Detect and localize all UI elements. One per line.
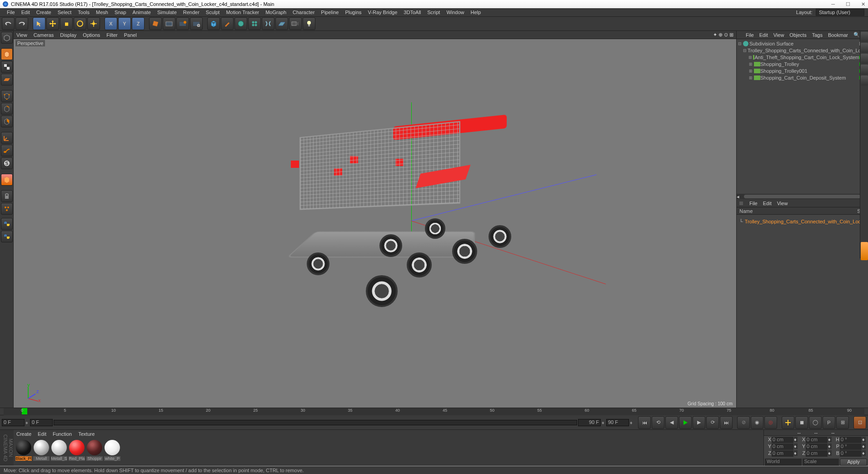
rtab-1[interactable]: [861, 32, 868, 42]
rtab-2[interactable]: [861, 43, 868, 53]
menu-render[interactable]: Render: [180, 10, 203, 15]
menu-sculpt[interactable]: Sculpt: [203, 10, 223, 15]
objmenu-bookmarks[interactable]: Bookmar: [828, 32, 848, 38]
next-key-button[interactable]: ⟳: [706, 416, 719, 429]
vtab-panel[interactable]: Panel: [124, 32, 137, 38]
options-button[interactable]: ⊡: [853, 416, 866, 429]
coord-sz-input[interactable]: 0 cm: [806, 450, 828, 457]
rtab-highlight[interactable]: [861, 242, 868, 260]
subdiv-button[interactable]: [234, 17, 247, 30]
deformer-button[interactable]: [262, 17, 274, 30]
coord-x-input[interactable]: 0 cm: [772, 437, 793, 443]
objmenu-edit[interactable]: Edit: [759, 32, 768, 38]
tree-item[interactable]: ⊞ Shopping_Cart_Coin_Deposit_System: [738, 74, 867, 81]
undo-button[interactable]: [2, 17, 15, 30]
coord-b-input[interactable]: 0 °: [840, 450, 862, 457]
material-swatch[interactable]: Metall_S: [51, 440, 67, 464]
objmenu-tags[interactable]: Tags: [812, 32, 823, 38]
rotate-tool[interactable]: [74, 17, 86, 30]
coord-apply-button[interactable]: Apply: [840, 459, 867, 466]
objmenu-view[interactable]: View: [773, 32, 784, 38]
menu-pipeline[interactable]: Pipeline: [318, 10, 342, 15]
cube-primitive-button[interactable]: [207, 17, 220, 30]
vtab-view[interactable]: View: [16, 32, 27, 38]
objmenu-file[interactable]: File: [746, 32, 754, 38]
model-mode-button[interactable]: [1, 48, 13, 60]
tree-item[interactable]: ⊞ Anti_Theft_Shopping_Cart_Coin_Lock_Sys…: [738, 54, 867, 61]
menu-tools[interactable]: Tools: [75, 10, 93, 15]
coord-sx-input[interactable]: 0 cm: [806, 437, 828, 443]
axis-button[interactable]: [1, 132, 13, 144]
rtab-4[interactable]: [861, 65, 868, 75]
polygon-mode-button[interactable]: [1, 116, 13, 127]
menu-file[interactable]: File: [4, 10, 18, 15]
y-axis-button[interactable]: Y: [118, 17, 131, 30]
timeline-slider[interactable]: [54, 420, 577, 425]
coord-system-button[interactable]: [149, 17, 162, 30]
object-tree[interactable]: ⊟ Subdivision Surface ⊟ Trolley_Shopping…: [737, 39, 868, 194]
vtab-cameras[interactable]: Cameras: [34, 32, 54, 38]
material-swatch[interactable]: Red_Pla: [69, 440, 85, 464]
menu-mesh[interactable]: Mesh: [93, 10, 111, 15]
rtab-5[interactable]: [861, 76, 868, 86]
play-button[interactable]: [679, 416, 692, 429]
coord-p-input[interactable]: 0 °: [840, 444, 862, 450]
light-button[interactable]: [303, 17, 315, 30]
coord-h-input[interactable]: 0 °: [840, 437, 862, 443]
render-pv-button[interactable]: [176, 17, 189, 30]
propmenu-view[interactable]: View: [777, 201, 788, 206]
propmenu-file[interactable]: File: [749, 201, 758, 206]
menu-help[interactable]: Help: [468, 10, 484, 15]
scale-tool[interactable]: ◼: [60, 17, 73, 30]
next-frame-button[interactable]: ▶: [693, 416, 705, 429]
material-swatch[interactable]: Shoppir: [86, 440, 103, 464]
key-pos-button[interactable]: [782, 416, 794, 429]
camera-button[interactable]: [289, 17, 302, 30]
tweak-button[interactable]: [1, 145, 13, 156]
menu-motiontracker[interactable]: Motion Tracker: [223, 10, 262, 15]
sds-button[interactable]: [1, 203, 13, 215]
render-view-button[interactable]: [163, 17, 175, 30]
goto-start-button[interactable]: ⏮: [638, 416, 651, 429]
matmenu-create[interactable]: Create: [16, 431, 31, 437]
key-param-button[interactable]: P: [823, 416, 835, 429]
material-swatch[interactable]: Metall: [33, 440, 50, 464]
timeline-ruler[interactable]: 0 5 10 15 20 25 30 35 40 45 50 55 60 65 …: [0, 408, 868, 415]
layout-dropdown[interactable]: Startup (User): [816, 9, 864, 16]
coord-sy-input[interactable]: 0 cm: [806, 444, 828, 450]
floor-button[interactable]: [275, 17, 288, 30]
search-icon[interactable]: 🔍: [853, 32, 860, 38]
goto-end-button[interactable]: ⏭: [720, 416, 733, 429]
render-settings-button[interactable]: [190, 17, 203, 30]
panel-grip-icon[interactable]: [739, 202, 743, 205]
workplane-button[interactable]: [1, 74, 13, 86]
vtab-options[interactable]: Options: [83, 32, 100, 38]
menu-simulate[interactable]: Simulate: [154, 10, 180, 15]
menu-select[interactable]: Select: [55, 10, 75, 15]
move-tool[interactable]: [46, 17, 59, 30]
recent-tool[interactable]: [87, 17, 100, 30]
menu-mograph[interactable]: MoGraph: [262, 10, 289, 15]
coord-z-input[interactable]: 0 cm: [772, 450, 793, 457]
start-frame-input[interactable]: 0 F: [2, 419, 25, 426]
minimize-button[interactable]: ─: [831, 1, 835, 7]
end2-frame-input[interactable]: 90 F: [606, 419, 629, 426]
python-generator-button[interactable]: [1, 231, 13, 242]
keyframe-button[interactable]: ◎: [764, 416, 777, 429]
menu-animate[interactable]: Animate: [130, 10, 154, 15]
propmenu-edit[interactable]: Edit: [763, 201, 772, 206]
key-scale-button[interactable]: ◼: [795, 416, 808, 429]
tree-item[interactable]: ⊞ Shopping_Trolley: [738, 61, 867, 67]
menu-create[interactable]: Create: [33, 10, 55, 15]
matmenu-edit[interactable]: Edit: [38, 431, 46, 437]
prev-key-button[interactable]: ⟲: [652, 416, 664, 429]
vtab-display[interactable]: Display: [60, 32, 76, 38]
coord-scale-dropdown[interactable]: Scale: [803, 459, 839, 466]
close-button[interactable]: ✕: [861, 1, 865, 7]
make-editable-button[interactable]: [1, 32, 13, 44]
prev-frame-button[interactable]: ◀: [665, 416, 678, 429]
tree-hscroll[interactable]: ◂▸: [737, 194, 868, 199]
pen-tool-button[interactable]: [221, 17, 234, 30]
key-rot-button[interactable]: ◯: [809, 416, 822, 429]
select-tool[interactable]: [33, 17, 45, 30]
